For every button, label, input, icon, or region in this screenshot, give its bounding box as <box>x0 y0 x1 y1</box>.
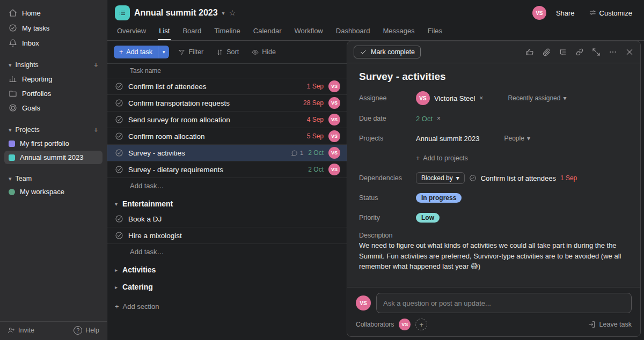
remove-assignee-icon[interactable]: × <box>479 94 483 102</box>
task-name[interactable]: Survey - dietary requirements <box>128 166 303 174</box>
task-name[interactable]: Survey - activities <box>128 149 286 157</box>
sidebar-item-home[interactable]: Home <box>4 6 103 20</box>
project-menu-chevron-icon[interactable]: ▾ <box>222 10 225 16</box>
sidebar-section-projects-header[interactable]: ▾ Projects + <box>4 124 103 136</box>
plus-icon[interactable]: + <box>94 61 98 69</box>
plus-icon[interactable]: + <box>94 125 98 134</box>
complete-checkbox-icon[interactable] <box>115 149 123 157</box>
sidebar-section-team-header[interactable]: ▾ Team <box>4 173 103 184</box>
comment-input[interactable] <box>376 293 632 313</box>
chevron-right-icon[interactable]: ▸ <box>115 267 118 273</box>
dependency-task-link[interactable]: Confirm list of attendees <box>481 174 556 182</box>
assignee-name[interactable]: Victoria Steel <box>434 94 475 102</box>
sidebar-section-title: Team <box>16 175 32 182</box>
add-task-row[interactable]: Add task… <box>107 178 347 194</box>
status-badge[interactable]: In progress <box>416 193 462 203</box>
mark-complete-button[interactable]: Mark complete <box>354 46 421 58</box>
user-avatar[interactable]: VS <box>532 6 546 20</box>
complete-checkbox-icon[interactable] <box>115 215 123 223</box>
section-header-entertainment[interactable]: ▾ Entertainment <box>107 194 347 211</box>
complete-checkbox-icon[interactable] <box>115 82 123 91</box>
chevron-down-icon[interactable]: ▾ <box>115 201 118 207</box>
task-row[interactable]: Confirm list of attendees 1 Sep VS <box>107 78 347 95</box>
task-name[interactable]: Confirm room allocation <box>128 132 302 141</box>
tab-files[interactable]: Files <box>427 25 443 40</box>
task-name[interactable]: Confirm transportation requests <box>128 99 298 107</box>
content-row: + Add task ▾ Filter Sort <box>107 41 644 340</box>
add-subtask-icon[interactable] <box>559 48 567 56</box>
tab-list[interactable]: List <box>158 25 171 40</box>
tab-overview[interactable]: Overview <box>116 25 147 40</box>
add-section-button[interactable]: + Add section <box>115 302 339 311</box>
add-collaborator-button[interactable]: + <box>415 319 427 330</box>
task-name[interactable]: Hire a mixologist <box>128 232 340 240</box>
sort-button[interactable]: Sort <box>213 46 243 58</box>
sidebar-item-annual-summit-2023[interactable]: Annual summit 2023 <box>4 151 103 164</box>
thumbs-up-icon[interactable] <box>525 48 534 56</box>
leave-task-button[interactable]: Leave task <box>588 321 632 328</box>
project-section-dropdown[interactable]: People ▾ <box>504 135 530 142</box>
task-name[interactable]: Confirm list of attendees <box>128 83 302 91</box>
section-header-catering[interactable]: ▸ Catering <box>107 277 347 294</box>
clear-due-date-icon[interactable]: × <box>437 115 441 122</box>
task-row-selected[interactable]: Survey - activities 1 2 Oct VS <box>107 145 347 161</box>
sidebar-item-inbox[interactable]: Inbox <box>4 36 103 50</box>
task-row[interactable]: Confirm room allocation 5 Sep VS <box>107 128 347 145</box>
add-task-button[interactable]: + Add task ▾ <box>114 46 169 58</box>
more-actions-icon[interactable] <box>609 48 617 56</box>
tab-timeline[interactable]: Timeline <box>213 25 241 40</box>
copy-link-icon[interactable] <box>575 48 584 56</box>
sidebar-section-insights-header[interactable]: ▾ Insights + <box>4 59 103 71</box>
assignee-avatar: VS <box>328 80 340 92</box>
due-date-value[interactable]: 2 Oct <box>416 115 433 123</box>
complete-checkbox-icon[interactable] <box>115 231 123 240</box>
task-row[interactable]: Confirm transportation requests 28 Sep V… <box>107 95 347 112</box>
filter-button[interactable]: Filter <box>174 46 207 58</box>
full-screen-icon[interactable] <box>592 48 601 56</box>
description-text[interactable]: We need to figure out what kinds of acti… <box>359 240 628 272</box>
task-name[interactable]: Send survey for room allocation <box>128 116 302 124</box>
complete-checkbox-icon[interactable] <box>115 132 123 141</box>
share-button[interactable]: Share <box>552 6 579 20</box>
hide-button[interactable]: Hide <box>248 46 280 58</box>
add-task-menu-chevron-icon[interactable]: ▾ <box>158 46 170 58</box>
star-icon[interactable]: ☆ <box>229 9 236 17</box>
paperclip-icon[interactable] <box>542 48 551 56</box>
assignee-avatar: VS <box>328 97 340 109</box>
tab-board[interactable]: Board <box>181 25 202 40</box>
project-link[interactable]: Annual summit 2023 <box>416 135 480 143</box>
sidebar-item-goals[interactable]: Goals <box>4 101 103 115</box>
dependency-check-icon[interactable] <box>469 174 477 182</box>
complete-checkbox-icon[interactable] <box>115 165 123 174</box>
task-name[interactable]: Book a DJ <box>128 215 340 223</box>
task-row[interactable]: Book a DJ <box>107 211 347 227</box>
task-title[interactable]: Survey - activities <box>359 71 628 83</box>
person-plus-icon <box>8 327 15 334</box>
page-title: Annual summit 2023 <box>134 8 218 18</box>
tab-calendar[interactable]: Calendar <box>252 25 283 40</box>
blocked-by-dropdown[interactable]: Blocked by ▾ <box>416 172 465 184</box>
tab-messages[interactable]: Messages <box>382 25 415 40</box>
task-row[interactable]: Send survey for room allocation 4 Sep VS <box>107 112 347 128</box>
customize-button[interactable]: Customize <box>584 6 636 20</box>
section-header-activities[interactable]: ▸ Activities <box>107 260 347 277</box>
tab-dashboard[interactable]: Dashboard <box>335 25 371 40</box>
task-row[interactable]: Survey - dietary requirements 2 Oct VS <box>107 161 347 178</box>
tab-workflow[interactable]: Workflow <box>294 25 324 40</box>
complete-checkbox-icon[interactable] <box>115 115 123 124</box>
task-row[interactable]: Hire a mixologist <box>107 227 347 244</box>
sidebar-item-my-first-portfolio[interactable]: My first portfolio <box>4 137 103 150</box>
chevron-right-icon[interactable]: ▸ <box>115 284 118 290</box>
add-to-projects-button[interactable]: + Add to projects <box>416 154 468 162</box>
priority-badge[interactable]: Low <box>416 213 440 223</box>
help-button[interactable]: ? Help <box>74 326 99 335</box>
invite-button[interactable]: Invite <box>8 326 34 335</box>
close-icon[interactable] <box>625 48 634 56</box>
complete-checkbox-icon[interactable] <box>115 99 123 107</box>
recently-assigned-dropdown[interactable]: Recently assigned ▾ <box>508 94 566 102</box>
sidebar-item-my-workspace[interactable]: My workspace <box>4 185 103 198</box>
sidebar-item-portfolios[interactable]: Portfolios <box>4 86 103 100</box>
sidebar-item-my-tasks[interactable]: My tasks <box>4 21 103 35</box>
add-task-row[interactable]: Add task… <box>107 244 347 260</box>
sidebar-item-reporting[interactable]: Reporting <box>4 72 103 86</box>
